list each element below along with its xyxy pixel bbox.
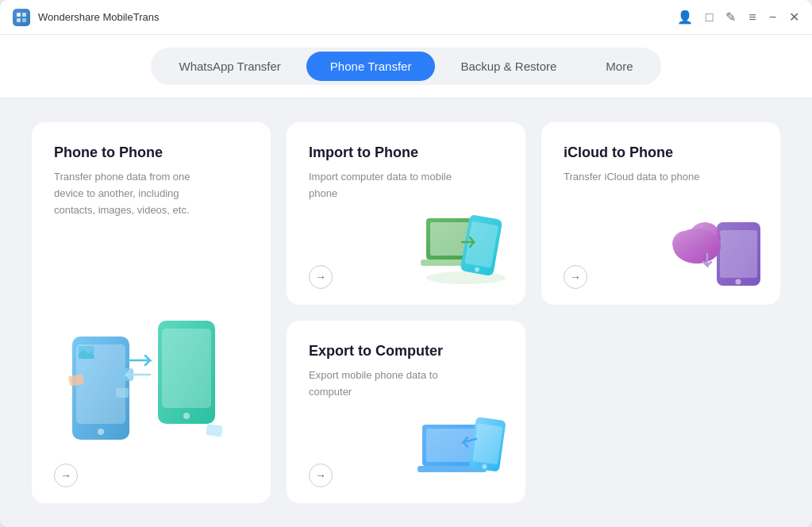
card-phone-to-phone-desc: Transfer phone data from one device to a… xyxy=(54,169,213,218)
main-content: Phone to Phone Transfer phone data from … xyxy=(0,98,812,527)
edit-icon[interactable]: ✎ xyxy=(725,11,736,24)
svg-point-15 xyxy=(426,271,506,284)
card-import-desc: Import computer data to mobile phone xyxy=(309,169,468,202)
card-import-to-phone[interactable]: Import to Phone Import computer data to … xyxy=(287,122,525,305)
card-icloud-desc: Transfer iCloud data to phone xyxy=(564,169,722,186)
app-logo xyxy=(13,9,30,26)
icloud-illustration xyxy=(669,202,772,293)
svg-rect-13 xyxy=(206,424,223,437)
menu-icon[interactable]: ≡ xyxy=(749,11,756,24)
card-export-to-computer[interactable]: Export to Computer Export mobile phone d… xyxy=(287,321,525,503)
export-illustration xyxy=(414,401,518,491)
card-icloud-arrow[interactable]: → xyxy=(564,265,587,289)
svg-rect-33 xyxy=(472,423,502,464)
navigation-bar: WhatsApp Transfer Phone Transfer Backup … xyxy=(0,35,812,98)
tab-backup[interactable]: Backup & Restore xyxy=(437,52,580,81)
profile-icon[interactable]: 👤 xyxy=(677,11,693,24)
svg-rect-30 xyxy=(426,429,478,462)
tab-more[interactable]: More xyxy=(582,52,656,81)
window-controls: 👤 □ ✎ ≡ − ✕ xyxy=(677,11,799,24)
minimize-icon[interactable]: − xyxy=(769,11,776,24)
svg-rect-8 xyxy=(116,388,129,398)
card-phone-to-phone[interactable]: Phone to Phone Transfer phone data from … xyxy=(32,122,271,503)
phone-to-phone-illustration xyxy=(64,305,239,464)
svg-rect-2 xyxy=(17,18,21,22)
svg-point-11 xyxy=(183,413,190,419)
tab-phone-transfer[interactable]: Phone Transfer xyxy=(306,52,436,81)
card-phone-to-phone-arrow[interactable]: → xyxy=(54,464,78,487)
card-export-arrow[interactable]: → xyxy=(309,464,333,487)
card-import-arrow[interactable]: → xyxy=(309,265,333,289)
titlebar: Wondershare MobileTrans 👤 □ ✎ ≡ − ✕ xyxy=(0,0,812,35)
tab-whatsapp[interactable]: WhatsApp Transfer xyxy=(155,52,304,81)
close-icon[interactable]: ✕ xyxy=(789,11,799,24)
svg-point-6 xyxy=(98,429,104,435)
card-icloud-to-phone[interactable]: iCloud to Phone Transfer iCloud data to … xyxy=(541,122,780,305)
card-import-title: Import to Phone xyxy=(309,144,503,161)
svg-point-24 xyxy=(736,279,741,285)
svg-rect-1 xyxy=(22,13,26,17)
import-illustration xyxy=(414,202,518,293)
square-icon[interactable]: □ xyxy=(706,11,714,24)
svg-rect-0 xyxy=(17,13,21,17)
svg-rect-23 xyxy=(720,230,757,278)
card-icloud-title: iCloud to Phone xyxy=(564,144,758,161)
svg-rect-10 xyxy=(162,329,211,408)
card-export-desc: Export mobile phone data to computer xyxy=(309,367,468,401)
tab-group: WhatsApp Transfer Phone Transfer Backup … xyxy=(151,48,660,85)
card-export-title: Export to Computer xyxy=(309,343,503,360)
svg-rect-3 xyxy=(22,18,26,22)
card-phone-to-phone-title: Phone to Phone xyxy=(54,144,248,161)
app-title: Wondershare MobileTrans xyxy=(38,11,677,23)
svg-point-28 xyxy=(673,229,721,264)
